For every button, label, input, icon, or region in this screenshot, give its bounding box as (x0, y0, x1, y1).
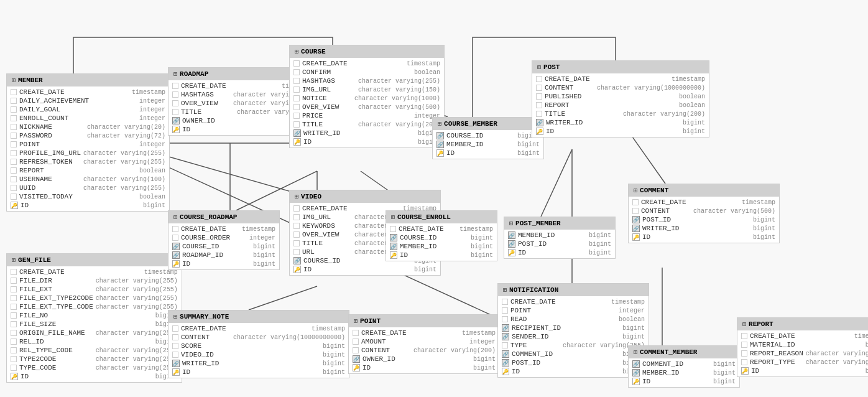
table-header-summary_note: ⊞SUMMARY_NOTE (169, 311, 349, 323)
field-name: COURSE_ID (400, 234, 450, 241)
field-icon-regular (11, 321, 17, 327)
field-name: WRITER_ID (182, 360, 232, 367)
field-name: CREATE_DATE (181, 225, 231, 233)
field-icon-pk: 🔑 (172, 126, 180, 133)
field-icon-regular (353, 347, 359, 353)
table-row: 🔑IDbigint (504, 248, 615, 257)
field-icon-regular (11, 133, 17, 139)
field-icon-pk: 🔑 (11, 373, 18, 380)
table-row: FILE_DIRcharacter varying(255) (7, 276, 182, 285)
table-row: REFRESH_TOKENcharacter varying(255) (7, 157, 169, 166)
table-row: TITLEcharacter varying(200) (532, 110, 709, 118)
field-icon-regular (11, 278, 17, 284)
field-name: MEMBER_ID (642, 369, 692, 376)
table-row: 🔗COURSE_IDbigint (386, 233, 497, 242)
table-header-course_enroll: ⊞COURSE_ENROLL (386, 211, 497, 223)
table-icon-video: ⊞ (295, 193, 298, 200)
table-header-post: ⊞POST (532, 61, 709, 73)
table-header-report: ⊞REPORT (737, 318, 868, 330)
field-icon-regular (293, 240, 300, 246)
field-icon-regular (11, 115, 17, 121)
table-row: 🔑IDbigint (7, 372, 182, 381)
field-type: integer (139, 115, 165, 122)
table-row: CREATE_DATEtimestamp (349, 329, 499, 337)
table-gen_file: ⊞GEN_FILECREATE_DATEtimestampFILE_DIRcha… (6, 253, 182, 383)
field-type: bigint (683, 119, 705, 126)
field-type: bigint (323, 360, 345, 367)
field-name: ID (400, 251, 450, 259)
table-row: CREATE_DATEtimestamp (169, 324, 349, 333)
table-row: PROFILE_IMG_URLcharacter varying(255) (7, 149, 169, 157)
field-name: CONTENT (181, 334, 231, 341)
table-header-post_member: ⊞POST_MEMBER (504, 217, 615, 230)
field-icon-regular (11, 365, 17, 371)
field-icon-fk: 🔗 (502, 350, 509, 358)
table-icon-course_enroll: ⊞ (391, 213, 395, 221)
field-icon-pk: 🔑 (741, 367, 749, 375)
field-type: bigint (866, 368, 868, 375)
field-name: OWNER_ID (182, 117, 232, 124)
table-row: REPORT_REASONcharacter varying(500) (737, 349, 868, 358)
table-row: VISITED_TODAYboolean (7, 192, 169, 201)
field-type: character varying(255) (83, 159, 165, 166)
field-icon-regular (390, 226, 396, 232)
table-title-course_enroll: COURSE_ENROLL (397, 213, 451, 221)
field-name: REFRESH_TOKEN (19, 158, 73, 166)
field-type: bigint (143, 202, 165, 209)
field-type: bigint (253, 252, 275, 259)
field-type: bigint (471, 243, 493, 250)
table-row: AMOUNTinteger (349, 337, 499, 346)
table-body-course_member: 🔗COURSE_IDbigint🔗MEMBER_IDbigint🔑IDbigin… (433, 130, 543, 159)
field-icon-regular (632, 208, 639, 214)
field-icon-regular (536, 76, 542, 82)
table-icon-notification: ⊞ (503, 286, 507, 294)
field-name: OWNER_ID (362, 355, 412, 363)
table-course: ⊞COURSECREATE_DATEtimestampCONFIRMboolea… (289, 45, 445, 148)
field-icon-regular (502, 316, 508, 322)
table-row: CONFIRMboolean (290, 68, 444, 77)
field-icon-fk: 🔗 (502, 324, 509, 332)
field-type: timestamp (312, 325, 345, 332)
field-type: bigint (253, 261, 275, 268)
table-post_member: ⊞POST_MEMBER🔗MEMBER_IDbigint🔗POST_IDbigi… (504, 217, 616, 259)
field-icon-regular (11, 330, 17, 336)
table-row: 🔑IDbigint (7, 201, 169, 210)
field-type: bigint (866, 342, 868, 348)
field-name: PUBLISHED (545, 93, 594, 100)
field-type: timestamp (742, 199, 775, 206)
field-icon-regular (741, 350, 747, 357)
field-name: REL_TYPE_CODE (19, 347, 73, 354)
field-icon-fk: 🔗 (436, 132, 444, 139)
field-type: character varying(255) (83, 185, 165, 192)
field-type: timestamp (132, 89, 165, 96)
field-icon-regular (293, 69, 300, 75)
table-row: 🔗MEMBER_IDbigint (386, 242, 497, 251)
field-type: bigint (471, 235, 493, 241)
field-name: IMG_URL (302, 213, 352, 221)
field-icon-regular (11, 339, 17, 345)
field-name: PRICE (302, 112, 352, 119)
table-row: SCOREbigint (169, 342, 349, 350)
table-row: 🔑IDbigint (169, 368, 349, 376)
table-icon-point: ⊞ (354, 317, 358, 325)
table-header-video: ⊞VIDEO (290, 190, 440, 203)
field-icon-regular (11, 89, 17, 95)
field-type: bigint (713, 361, 736, 368)
table-row: 🔑IDbigint (386, 251, 497, 259)
field-name: FILE_EXT (19, 286, 69, 293)
field-name: TYPE (510, 342, 560, 349)
field-icon-regular (353, 330, 359, 336)
table-row: 🔑IDbigint (433, 149, 543, 157)
field-icon-fk: 🔗 (172, 251, 180, 259)
field-type: bigint (622, 334, 645, 340)
field-type: bigint (589, 232, 611, 239)
field-name: IMG_URL (302, 86, 352, 93)
field-name: COMMENT_ID (512, 350, 561, 358)
field-icon-fk: 🔗 (353, 355, 360, 363)
field-type: bigint (753, 217, 775, 223)
field-name: MEMBER_ID (446, 141, 496, 148)
field-name: TITLE (302, 240, 352, 247)
field-icon-regular (11, 124, 17, 130)
field-icon-regular (536, 93, 542, 100)
field-type: boolean (139, 194, 165, 200)
